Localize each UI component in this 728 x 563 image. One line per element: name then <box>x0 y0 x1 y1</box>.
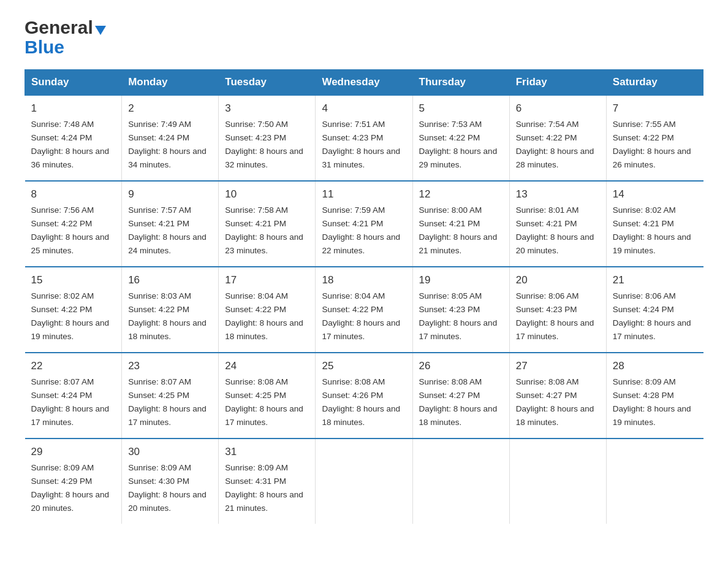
day-info: Sunrise: 7:59 AMSunset: 4:21 PMDaylight:… <box>322 205 400 255</box>
day-number: 21 <box>613 272 697 288</box>
calendar-cell: 27Sunrise: 8:08 AMSunset: 4:27 PMDayligh… <box>509 353 606 439</box>
day-info: Sunrise: 8:02 AMSunset: 4:22 PMDaylight:… <box>31 291 110 341</box>
header-friday: Friday <box>509 70 606 96</box>
logo-triangle-icon <box>95 26 106 35</box>
day-number: 27 <box>516 358 600 374</box>
day-info: Sunrise: 8:07 AMSunset: 4:25 PMDaylight:… <box>128 377 207 427</box>
calendar-cell: 29Sunrise: 8:09 AMSunset: 4:29 PMDayligh… <box>25 439 122 524</box>
calendar-cell: 8Sunrise: 7:56 AMSunset: 4:22 PMDaylight… <box>25 181 122 267</box>
day-info: Sunrise: 8:07 AMSunset: 4:24 PMDaylight:… <box>31 377 110 427</box>
header-monday: Monday <box>122 70 219 96</box>
day-number: 2 <box>128 101 212 117</box>
calendar-cell: 5Sunrise: 7:53 AMSunset: 4:22 PMDaylight… <box>412 95 509 181</box>
day-number: 11 <box>322 186 406 202</box>
day-number: 10 <box>225 186 309 202</box>
day-number: 19 <box>419 272 503 288</box>
logo: General Blue <box>25 18 106 57</box>
calendar-week-row: 8Sunrise: 7:56 AMSunset: 4:22 PMDaylight… <box>25 181 703 267</box>
page-header: General Blue <box>25 18 703 57</box>
header-wednesday: Wednesday <box>316 70 412 96</box>
day-info: Sunrise: 8:09 AMSunset: 4:29 PMDaylight:… <box>31 463 110 513</box>
day-info: Sunrise: 7:58 AMSunset: 4:21 PMDaylight:… <box>225 205 303 255</box>
day-info: Sunrise: 7:54 AMSunset: 4:22 PMDaylight:… <box>516 120 594 169</box>
header-tuesday: Tuesday <box>219 70 316 96</box>
day-info: Sunrise: 8:02 AMSunset: 4:21 PMDaylight:… <box>613 205 691 255</box>
header-thursday: Thursday <box>412 70 509 96</box>
day-info: Sunrise: 7:56 AMSunset: 4:22 PMDaylight:… <box>31 205 110 255</box>
day-info: Sunrise: 8:04 AMSunset: 4:22 PMDaylight:… <box>225 291 303 341</box>
day-number: 20 <box>516 272 600 288</box>
day-info: Sunrise: 8:08 AMSunset: 4:27 PMDaylight:… <box>419 377 498 427</box>
day-info: Sunrise: 8:01 AMSunset: 4:21 PMDaylight:… <box>516 205 594 255</box>
day-number: 23 <box>128 358 212 374</box>
day-info: Sunrise: 8:06 AMSunset: 4:24 PMDaylight:… <box>613 291 691 341</box>
day-number: 25 <box>322 358 406 374</box>
day-number: 6 <box>516 101 600 117</box>
calendar-cell: 9Sunrise: 7:57 AMSunset: 4:21 PMDaylight… <box>122 181 219 267</box>
calendar-cell: 25Sunrise: 8:08 AMSunset: 4:26 PMDayligh… <box>316 353 412 439</box>
day-number: 31 <box>225 444 309 460</box>
calendar-cell: 15Sunrise: 8:02 AMSunset: 4:22 PMDayligh… <box>25 267 122 353</box>
calendar-cell: 17Sunrise: 8:04 AMSunset: 4:22 PMDayligh… <box>219 267 316 353</box>
day-info: Sunrise: 7:51 AMSunset: 4:23 PMDaylight:… <box>322 120 400 169</box>
calendar-cell: 28Sunrise: 8:09 AMSunset: 4:28 PMDayligh… <box>606 353 703 439</box>
day-info: Sunrise: 8:09 AMSunset: 4:31 PMDaylight:… <box>225 463 303 513</box>
calendar-cell: 2Sunrise: 7:49 AMSunset: 4:24 PMDaylight… <box>122 95 219 181</box>
day-number: 13 <box>516 186 600 202</box>
day-info: Sunrise: 8:05 AMSunset: 4:23 PMDaylight:… <box>419 291 498 341</box>
calendar-table: SundayMondayTuesdayWednesdayThursdayFrid… <box>25 69 703 524</box>
day-info: Sunrise: 8:03 AMSunset: 4:22 PMDaylight:… <box>128 291 207 341</box>
day-number: 28 <box>613 358 697 374</box>
calendar-cell: 31Sunrise: 8:09 AMSunset: 4:31 PMDayligh… <box>219 439 316 524</box>
day-number: 30 <box>128 444 212 460</box>
calendar-cell <box>316 439 412 524</box>
calendar-cell: 30Sunrise: 8:09 AMSunset: 4:30 PMDayligh… <box>122 439 219 524</box>
calendar-cell: 18Sunrise: 8:04 AMSunset: 4:22 PMDayligh… <box>316 267 412 353</box>
day-info: Sunrise: 7:53 AMSunset: 4:22 PMDaylight:… <box>419 120 498 169</box>
day-info: Sunrise: 7:49 AMSunset: 4:24 PMDaylight:… <box>128 120 207 169</box>
day-info: Sunrise: 8:04 AMSunset: 4:22 PMDaylight:… <box>322 291 400 341</box>
day-number: 29 <box>31 444 116 460</box>
calendar-cell: 22Sunrise: 8:07 AMSunset: 4:24 PMDayligh… <box>25 353 122 439</box>
header-saturday: Saturday <box>606 70 703 96</box>
day-number: 26 <box>419 358 503 374</box>
calendar-cell: 19Sunrise: 8:05 AMSunset: 4:23 PMDayligh… <box>412 267 509 353</box>
day-info: Sunrise: 8:08 AMSunset: 4:27 PMDaylight:… <box>516 377 594 427</box>
calendar-week-row: 1Sunrise: 7:48 AMSunset: 4:24 PMDaylight… <box>25 95 703 181</box>
day-number: 15 <box>31 272 116 288</box>
calendar-cell: 6Sunrise: 7:54 AMSunset: 4:22 PMDaylight… <box>509 95 606 181</box>
day-number: 24 <box>225 358 309 374</box>
calendar-cell: 11Sunrise: 7:59 AMSunset: 4:21 PMDayligh… <box>316 181 412 267</box>
calendar-cell: 4Sunrise: 7:51 AMSunset: 4:23 PMDaylight… <box>316 95 412 181</box>
calendar-week-row: 15Sunrise: 8:02 AMSunset: 4:22 PMDayligh… <box>25 267 703 353</box>
calendar-cell: 13Sunrise: 8:01 AMSunset: 4:21 PMDayligh… <box>509 181 606 267</box>
calendar-cell: 20Sunrise: 8:06 AMSunset: 4:23 PMDayligh… <box>509 267 606 353</box>
day-info: Sunrise: 8:00 AMSunset: 4:21 PMDaylight:… <box>419 205 498 255</box>
day-number: 12 <box>419 186 503 202</box>
day-number: 17 <box>225 272 309 288</box>
day-info: Sunrise: 7:57 AMSunset: 4:21 PMDaylight:… <box>128 205 207 255</box>
day-info: Sunrise: 8:08 AMSunset: 4:25 PMDaylight:… <box>225 377 303 427</box>
calendar-header-row: SundayMondayTuesdayWednesdayThursdayFrid… <box>25 70 703 96</box>
day-info: Sunrise: 7:48 AMSunset: 4:24 PMDaylight:… <box>31 120 110 169</box>
calendar-cell: 24Sunrise: 8:08 AMSunset: 4:25 PMDayligh… <box>219 353 316 439</box>
day-info: Sunrise: 8:08 AMSunset: 4:26 PMDaylight:… <box>322 377 400 427</box>
day-number: 1 <box>31 101 116 117</box>
calendar-cell: 21Sunrise: 8:06 AMSunset: 4:24 PMDayligh… <box>606 267 703 353</box>
day-number: 8 <box>31 186 116 202</box>
day-info: Sunrise: 8:09 AMSunset: 4:30 PMDaylight:… <box>128 463 207 513</box>
calendar-cell <box>412 439 509 524</box>
day-info: Sunrise: 8:06 AMSunset: 4:23 PMDaylight:… <box>516 291 594 341</box>
day-number: 14 <box>613 186 697 202</box>
calendar-cell: 16Sunrise: 8:03 AMSunset: 4:22 PMDayligh… <box>122 267 219 353</box>
calendar-cell: 10Sunrise: 7:58 AMSunset: 4:21 PMDayligh… <box>219 181 316 267</box>
calendar-cell: 23Sunrise: 8:07 AMSunset: 4:25 PMDayligh… <box>122 353 219 439</box>
day-info: Sunrise: 8:09 AMSunset: 4:28 PMDaylight:… <box>613 377 691 427</box>
calendar-cell: 3Sunrise: 7:50 AMSunset: 4:23 PMDaylight… <box>219 95 316 181</box>
calendar-week-row: 29Sunrise: 8:09 AMSunset: 4:29 PMDayligh… <box>25 439 703 524</box>
logo-general-text: General <box>25 18 93 37</box>
calendar-cell: 1Sunrise: 7:48 AMSunset: 4:24 PMDaylight… <box>25 95 122 181</box>
day-info: Sunrise: 7:55 AMSunset: 4:22 PMDaylight:… <box>613 120 691 169</box>
day-number: 22 <box>31 358 116 374</box>
logo-blue-text: Blue <box>25 37 106 57</box>
